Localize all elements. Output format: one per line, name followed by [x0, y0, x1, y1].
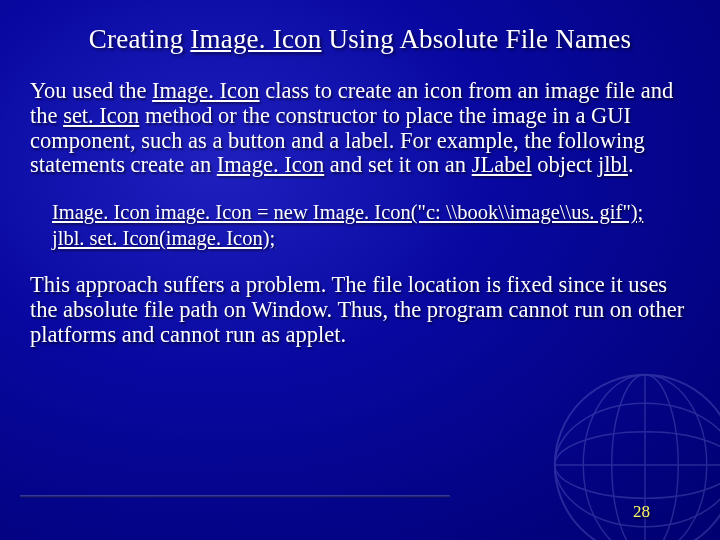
paragraph-1: You used the Image. Icon class to create… [30, 79, 690, 178]
title-text-2: Using Absolute File Names [321, 24, 631, 54]
p1-s1: You used the [30, 78, 152, 103]
p1-u2: set. Icon [63, 103, 139, 128]
divider-line [20, 495, 450, 498]
title-text-1: Creating [89, 24, 191, 54]
page-number: 28 [633, 502, 650, 522]
slide: Creating Image. Icon Using Absolute File… [0, 0, 720, 540]
code-line-2: jlbl. set. Icon(image. Icon); [52, 227, 275, 249]
code-line-1: Image. Icon image. Icon = new Image. Ico… [52, 201, 643, 223]
p1-u4: JLabel [472, 152, 532, 177]
p1-u5: jlbl [598, 152, 628, 177]
p1-s9: object [532, 152, 598, 177]
p1-s7: and set it on an [324, 152, 471, 177]
code-block: Image. Icon image. Icon = new Image. Ico… [52, 200, 690, 251]
p1-u3: Image. Icon [217, 152, 324, 177]
p1-u1: Image. Icon [152, 78, 259, 103]
title-underline-1: Image. Icon [190, 24, 321, 54]
p1-s11: . [628, 152, 634, 177]
slide-title: Creating Image. Icon Using Absolute File… [30, 24, 690, 55]
paragraph-2: This approach suffers a problem. The fil… [30, 273, 690, 347]
